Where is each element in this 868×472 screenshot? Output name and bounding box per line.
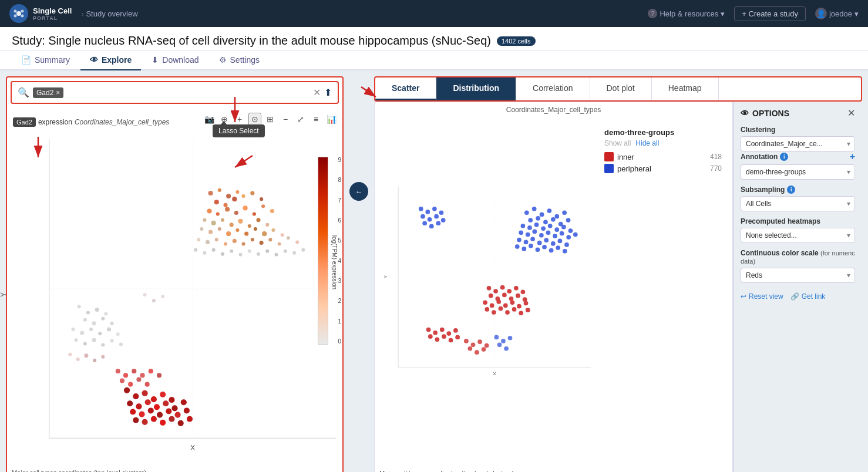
get-link-button[interactable]: 🔗 Get link xyxy=(790,292,826,301)
gene-search-input[interactable] xyxy=(67,88,309,97)
help-resources-link[interactable]: ? Help & resources ▾ xyxy=(648,9,725,18)
data-icon[interactable]: 📊 xyxy=(325,113,338,126)
svg-point-177 xyxy=(515,244,520,249)
color-scale-select[interactable]: Reds xyxy=(741,268,855,283)
svg-point-241 xyxy=(508,336,513,340)
nav-left: Single Cell PORTAL › Study overview xyxy=(9,4,138,23)
viz-tab-heatmap[interactable]: Heatmap xyxy=(652,77,719,100)
svg-point-153 xyxy=(527,225,532,230)
clustering-select[interactable]: Coordinates_Major_ce... xyxy=(741,136,855,151)
svg-point-211 xyxy=(426,328,431,332)
summary-icon: 📄 xyxy=(21,55,31,65)
reset-icon: ↩ xyxy=(741,292,746,301)
svg-point-134 xyxy=(145,382,150,387)
svg-point-85 xyxy=(148,407,154,413)
options-header: 👁 OPTIONS ✕ xyxy=(741,107,855,119)
svg-point-238 xyxy=(482,347,486,352)
user-menu[interactable]: 👤 joedoe ▾ xyxy=(815,8,859,19)
color-scale-label: Continuous color scale (for numeric data… xyxy=(741,249,855,265)
svg-point-17 xyxy=(250,191,254,195)
viz-tab-scatter[interactable]: Scatter xyxy=(375,77,436,100)
camera-icon[interactable]: 📷 xyxy=(203,113,216,126)
svg-point-29 xyxy=(221,218,224,222)
svg-point-18 xyxy=(260,197,263,201)
hide-all-link[interactable]: Hide all xyxy=(635,139,659,147)
svg-point-31 xyxy=(238,219,243,224)
viz-tab-dotplot[interactable]: Dot plot xyxy=(590,77,652,100)
menu-icon[interactable]: ≡ xyxy=(309,113,322,126)
svg-point-82 xyxy=(181,399,187,405)
svg-point-45 xyxy=(197,238,200,241)
tab-summary[interactable]: 📄 Summary xyxy=(12,50,79,70)
svg-point-169 xyxy=(517,238,522,242)
svg-point-39 xyxy=(235,228,239,232)
svg-point-119 xyxy=(84,353,88,358)
svg-point-55 xyxy=(287,236,290,240)
svg-point-121 xyxy=(101,355,105,359)
svg-point-77 xyxy=(136,403,142,409)
svg-point-71 xyxy=(133,393,139,399)
show-all-link[interactable]: Show all xyxy=(604,139,631,147)
svg-point-132 xyxy=(128,382,133,387)
svg-point-218 xyxy=(442,334,446,339)
precomputed-select[interactable]: None selected... xyxy=(741,228,855,243)
svg-point-143 xyxy=(547,208,552,213)
svg-point-162 xyxy=(532,230,537,234)
expand-icon[interactable]: ⤢ xyxy=(294,113,307,126)
gene-tag-remove[interactable]: × xyxy=(56,89,60,97)
subsampling-info-icon[interactable]: i xyxy=(787,186,795,194)
logo[interactable]: Single Cell PORTAL xyxy=(9,4,72,23)
options-close-button[interactable]: ✕ xyxy=(847,107,855,119)
legend-count-peripheral: 770 xyxy=(710,164,722,173)
svg-point-189 xyxy=(514,286,519,291)
annotation-select-wrapper: demo-three-groups xyxy=(741,164,855,180)
svg-point-33 xyxy=(256,218,260,222)
svg-point-229 xyxy=(422,221,427,225)
svg-point-97 xyxy=(78,305,81,308)
viz-tab-correlation[interactable]: Correlation xyxy=(516,77,590,100)
add-annotation-icon[interactable]: ⊞ xyxy=(264,113,277,126)
svg-point-214 xyxy=(446,331,451,336)
lasso-icon[interactable]: ⊙ xyxy=(248,113,261,126)
reset-view-button[interactable]: ↩ Reset view xyxy=(741,292,783,301)
add-gene-icon[interactable]: + xyxy=(233,113,246,126)
svg-point-35 xyxy=(200,227,203,231)
upload-gene-list-icon[interactable]: ⬆ xyxy=(324,87,332,98)
scatter-bottom-label: Major cell types coordinates (top-level … xyxy=(7,467,342,472)
viz-tab-distribution[interactable]: Distribution xyxy=(436,77,516,100)
svg-point-47 xyxy=(215,238,218,241)
color-scale: 98765 43210 log(TPM) expression xyxy=(314,157,332,368)
svg-point-176 xyxy=(564,242,569,247)
annotation-add-button[interactable]: + xyxy=(850,151,855,162)
annotation-info-icon[interactable]: i xyxy=(780,153,788,161)
legend-swatch-peripheral xyxy=(604,164,614,173)
annotation-select[interactable]: demo-three-groups xyxy=(741,164,855,180)
svg-point-54 xyxy=(278,242,281,245)
svg-point-223 xyxy=(432,207,437,211)
svg-point-62 xyxy=(238,253,242,257)
svg-point-140 xyxy=(524,210,529,215)
svg-point-149 xyxy=(551,217,556,222)
svg-point-36 xyxy=(208,230,213,234)
svg-point-203 xyxy=(524,301,529,306)
svg-point-197 xyxy=(483,300,487,305)
main-tabs: 📄 Summary 👁 Explore ⬇ Download ⚙ Setting… xyxy=(0,50,868,70)
svg-point-57 xyxy=(194,248,197,252)
svg-point-102 xyxy=(92,321,96,325)
zoom-out-icon[interactable]: − xyxy=(279,113,292,126)
svg-point-178 xyxy=(522,247,526,251)
back-arrow[interactable]: ← xyxy=(349,182,368,201)
svg-point-215 xyxy=(453,328,458,333)
svg-point-240 xyxy=(501,339,506,343)
clear-search-icon[interactable]: ✕ xyxy=(313,87,321,98)
svg-point-174 xyxy=(551,241,556,246)
subsampling-select[interactable]: All Cells xyxy=(741,196,855,211)
svg-point-104 xyxy=(110,322,114,325)
search-icon[interactable]: 🔍 xyxy=(18,87,29,98)
svg-point-99 xyxy=(95,308,99,312)
tab-settings[interactable]: ⚙ Settings xyxy=(210,50,270,70)
svg-point-181 xyxy=(542,245,547,250)
tab-explore[interactable]: 👁 Explore xyxy=(80,50,141,70)
tab-download[interactable]: ⬇ Download xyxy=(142,50,208,70)
create-study-button[interactable]: + Create a study xyxy=(734,6,806,21)
